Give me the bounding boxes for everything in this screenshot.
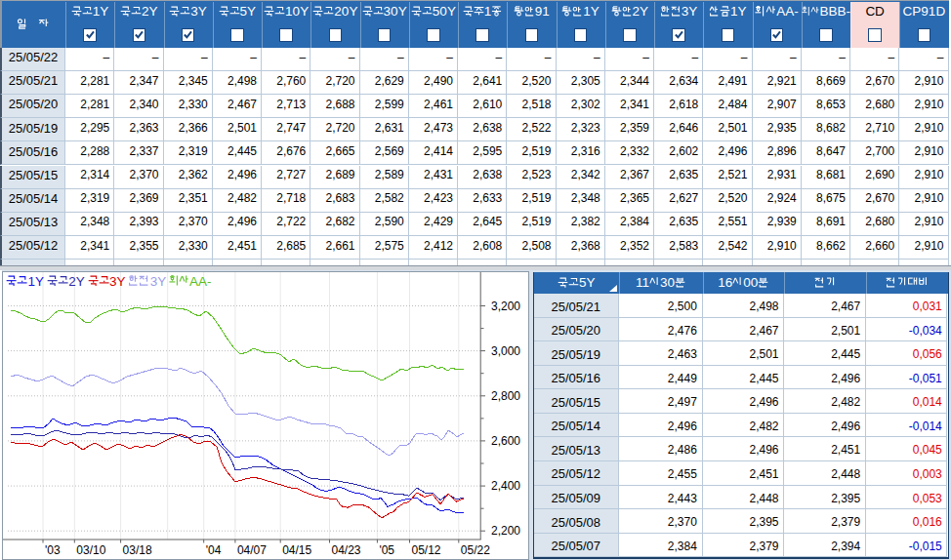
svg-text:3,000: 3,000 [491, 344, 520, 358]
svg-text:2,800: 2,800 [491, 389, 520, 403]
svg-text:03/18: 03/18 [123, 543, 152, 557]
svg-text:2,400: 2,400 [491, 479, 520, 493]
svg-text:'03: '03 [45, 543, 61, 557]
svg-text:03/10: 03/10 [76, 543, 105, 557]
svg-text:3,200: 3,200 [491, 300, 520, 313]
svg-text:'05: '05 [379, 543, 394, 557]
svg-text:04/07: 04/07 [237, 543, 267, 557]
svg-text:2,200: 2,200 [491, 524, 520, 538]
svg-text:04/15: 04/15 [282, 543, 311, 557]
svg-text:04/23: 04/23 [332, 543, 361, 557]
svg-text:2,600: 2,600 [491, 434, 520, 448]
svg-text:'04: '04 [206, 543, 222, 557]
svg-text:05/12: 05/12 [412, 543, 441, 557]
svg-text:05/22: 05/22 [461, 543, 490, 557]
